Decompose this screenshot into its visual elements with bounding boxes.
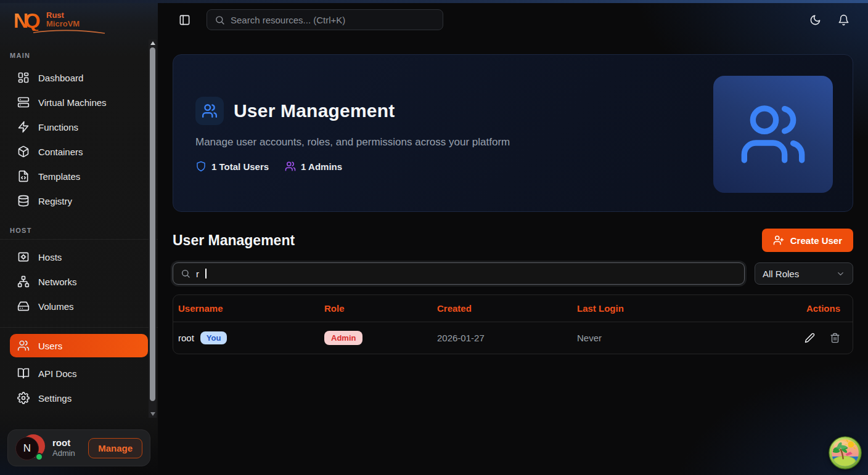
sidebar-item-networks[interactable]: Networks [10,269,148,294]
top-accent-strip [0,0,868,3]
users-icon [285,161,296,172]
search-icon [181,269,190,278]
table-row: root You Admin 2026-01-27 Never [173,322,853,354]
sidebar-item-label: Dashboard [38,73,83,83]
brand-underline [32,28,106,35]
scroll-up-arrow[interactable] [149,39,157,47]
hero-decorative-users-icon [713,76,833,193]
col-actions: Actions [806,303,840,314]
col-username: Username [178,303,324,314]
shield-icon [195,161,207,172]
sidebar-item-label: Settings [38,393,72,404]
dashboard-icon [17,71,30,84]
text-caret [205,269,207,278]
page-title: User Management [173,232,295,249]
sidebar-item-label: Registry [38,196,72,206]
user-role: Admin [52,449,81,458]
manage-button[interactable]: Manage [88,438,142,458]
sidebar-item-containers[interactable]: Containers [10,139,148,164]
brand-name: Rust MicroVM [46,11,80,28]
stat-admins: 1 Admins [285,161,342,172]
sidebar-item-users[interactable]: Users [10,334,148,357]
user-name: root [52,437,81,449]
delete-trash-icon[interactable] [830,333,840,343]
global-search[interactable] [207,9,443,30]
sidebar-item-api-docs[interactable]: API Docs [10,361,148,386]
user-filter-search-input[interactable]: r [173,262,745,285]
topbar [158,0,868,39]
gear-icon [17,392,30,404]
server-icon [17,96,30,108]
file-code-icon [17,170,30,182]
row-created: 2026-01-27 [437,333,577,343]
chevron-down-icon [836,269,845,278]
user-plus-icon [773,235,784,246]
users-icon [17,339,30,352]
hero-banner: User Management Manage user accounts, ro… [173,54,853,212]
sidebar-item-dashboard[interactable]: Dashboard [10,65,148,90]
sidebar-item-volumes[interactable]: Volumes [10,294,148,319]
col-role: Role [324,303,437,314]
sidebar-item-label: Virtual Machines [38,97,107,108]
sidebar-nav: MAIN Dashboard Virtual Machines Function… [0,39,158,410]
database-icon [17,195,30,207]
create-user-button[interactable]: Create User [762,229,853,252]
row-username: root [178,333,194,343]
users-table: Username Role Created Last Login Actions… [173,294,853,354]
sidebar-item-label: API Docs [38,368,77,379]
sidebar-item-label: Containers [38,147,83,157]
book-open-icon [17,367,30,380]
roles-filter-select[interactable]: All Roles [755,262,853,285]
host-icon [17,251,30,263]
filter-search-value: r [196,269,199,279]
section-label-host: HOST [0,223,158,240]
sidebar-user-card: N root Admin Manage [7,429,150,466]
sidebar-toggle-icon[interactable] [179,14,190,26]
sidebar-item-label: Users [38,341,62,351]
notifications-bell-icon[interactable] [838,14,850,26]
sidebar-item-registry[interactable]: Registry [10,189,148,213]
avatar: N [15,434,45,461]
users-icon [202,103,218,119]
section-label-main: MAIN [0,48,158,65]
main-content: User Management Manage user accounts, ro… [158,39,868,475]
edit-pencil-icon[interactable] [805,333,815,343]
sidebar-item-templates[interactable]: Templates [10,164,148,189]
network-icon [17,275,30,288]
col-created: Created [437,303,577,314]
stat-label: 1 Admins [301,161,342,172]
sidebar: NQ Rust MicroVM MAIN Dashboard Virtual M… [0,0,158,475]
table-header-row: Username Role Created Last Login Actions [173,295,853,322]
online-status-dot [35,453,43,461]
island-widget-icon[interactable] [829,436,862,469]
stat-total-users: 1 Total Users [195,161,269,172]
search-icon [215,15,225,25]
sidebar-item-label: Volumes [38,301,74,312]
brand-logo-mark: NQ [14,10,41,31]
sidebar-item-label: Templates [38,171,80,182]
hard-drive-icon [17,300,30,312]
you-badge: You [200,331,227,344]
scroll-down-arrow[interactable] [149,410,157,418]
hero-users-icon-chip [195,97,224,125]
box-icon [17,145,30,158]
sidebar-item-label: Networks [38,277,77,287]
theme-toggle-moon-icon[interactable] [809,14,821,26]
brand-logo: NQ Rust MicroVM [0,0,158,39]
sidebar-item-settings[interactable]: Settings [10,386,148,410]
hero-title: User Management [234,100,395,121]
sidebar-item-functions[interactable]: Functions [10,115,148,139]
users-icon [739,100,808,169]
col-last-login: Last Login [577,303,806,314]
sidebar-item-virtual-machines[interactable]: Virtual Machines [10,90,148,115]
row-last-login: Never [577,333,805,343]
scrollbar-thumb[interactable] [150,47,155,401]
stat-label: 1 Total Users [211,161,269,172]
sidebar-item-label: Hosts [38,252,62,262]
sidebar-item-hosts[interactable]: Hosts [10,245,148,269]
global-search-input[interactable] [231,15,435,25]
sidebar-scrollbar[interactable] [149,39,157,418]
sidebar-divider [0,327,158,328]
zap-icon [17,121,30,133]
roles-filter-value: All Roles [763,269,799,279]
